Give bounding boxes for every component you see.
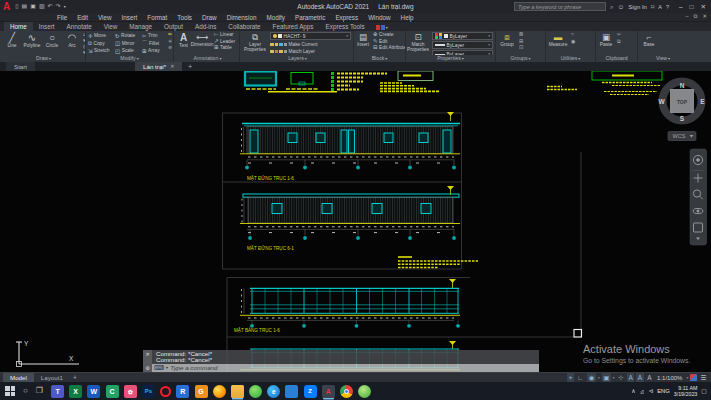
panel-label-view[interactable]: View▾ (638, 55, 688, 62)
taskbar-app-coccoc[interactable] (358, 385, 371, 398)
taskbar-app-file-explorer[interactable] (231, 385, 244, 398)
taskbar-app-autocad-active[interactable]: A (322, 385, 335, 398)
copy-clip-icon[interactable]: ⧉ (617, 39, 621, 45)
search-icon[interactable]: ○ (23, 386, 28, 396)
plan-drawing[interactable]: MẶT BẰNG TRỤC 1-6 (234, 279, 460, 333)
task-view-icon[interactable]: ❐ (36, 386, 43, 396)
mirror-button[interactable]: ◫Mirror (113, 40, 140, 48)
user-icon[interactable]: ☺ (618, 3, 625, 11)
layer-dropdown[interactable]: HACHT- 9 ▾ (270, 32, 351, 40)
menu-express[interactable]: Express (330, 13, 363, 22)
customization-menu-icon[interactable]: ☰ (699, 373, 708, 382)
move-button[interactable]: ✛Move (86, 32, 113, 40)
command-input[interactable]: ⌨ ▾ Type a command (152, 364, 539, 372)
table-button[interactable]: ⊞Table (214, 45, 235, 51)
new-file-icon[interactable]: ▯ (15, 3, 18, 10)
line-button[interactable]: ╱Line (2, 31, 22, 48)
hidden-icons-chevron[interactable]: ∧ (631, 387, 635, 395)
cart-icon[interactable]: ⌑ (651, 3, 654, 11)
new-layout-icon[interactable]: + (73, 374, 77, 381)
paste-button[interactable]: ▣Paste (596, 31, 616, 47)
navigation-bar[interactable] (690, 149, 707, 245)
erase-icon[interactable]: ✏ (168, 32, 172, 38)
taskbar-app-r[interactable]: R (176, 385, 189, 398)
search-icon[interactable]: ⌕ (610, 3, 614, 11)
arc-button[interactable]: ◠Arc (62, 31, 82, 48)
doc-close-button[interactable]: ✕ (702, 13, 707, 20)
taskbar-app-firefox[interactable] (213, 385, 226, 398)
new-drawing-icon[interactable]: + (188, 63, 192, 71)
command-window[interactable]: ✕ ⚙ Command: *Cancel* Command: *Cancel* … (143, 350, 539, 372)
lineweight-dropdown[interactable]: ByLayer ▾ (432, 41, 493, 49)
menu-parametric[interactable]: Parametric (290, 13, 330, 22)
trim-button[interactable]: ✂Trim (140, 32, 167, 40)
base-view-button[interactable]: ⌐Base (638, 31, 660, 47)
taskbar-app-teams[interactable]: T (51, 385, 64, 398)
menu-file[interactable]: File (52, 13, 72, 22)
cut-icon[interactable]: ✂ (617, 32, 621, 38)
match-properties-button[interactable]: ⊡Match Properties (406, 31, 430, 52)
search-input[interactable] (514, 2, 606, 11)
panel-label-properties[interactable]: Properties▾ (406, 55, 495, 62)
tab-current-drawing[interactable]: Lán trại*✕ (135, 62, 182, 71)
dimension-button[interactable]: ⟷Dimension (191, 31, 213, 47)
make-current-button[interactable]: Make Current (270, 41, 351, 48)
tab-view[interactable]: View (98, 22, 124, 31)
autocad-logo-icon[interactable]: A (3, 2, 10, 12)
chevron-down-icon[interactable]: ▾ (598, 376, 600, 380)
circle-button[interactable]: ○Circle (42, 31, 62, 48)
rectangle-icon[interactable]: ▭ ▾ (83, 32, 85, 43)
lineweight-display-icon[interactable]: ⊹ (617, 373, 625, 382)
elevation-drawing-1[interactable]: MẶT ĐỨNG TRỤC 1-6 (240, 112, 460, 181)
taskbar-app-opera[interactable] (160, 386, 171, 397)
edit-block-button[interactable]: ✎Edit (373, 39, 405, 45)
annotation-scale-value[interactable]: 1:1/100% (657, 375, 682, 381)
taskbar-app-store[interactable] (285, 385, 298, 398)
osnap-icon[interactable]: ▣ (602, 373, 611, 382)
elevation-drawing-2[interactable]: MẶT ĐỨNG TRỤC 6-1 (240, 186, 460, 251)
array-button[interactable]: ⊞Array (140, 47, 167, 55)
fillet-button[interactable]: ⌒Fillet (140, 40, 167, 48)
taskbar-app-pink[interactable]: ✿ (124, 385, 137, 398)
panel-label-modify[interactable]: Modify▾ (86, 55, 173, 62)
match-layer-button[interactable]: Match Layer (270, 48, 351, 55)
viewcube-top-face[interactable]: TOP (677, 99, 688, 105)
tab-home[interactable]: Home (4, 22, 33, 31)
panel-label-draw[interactable]: Draw▾ (2, 55, 85, 62)
viewcube-south[interactable]: S (680, 115, 685, 122)
group-select-icon[interactable]: ⊡ (519, 45, 523, 51)
annotation-scale-icon[interactable]: A (646, 373, 653, 382)
drawing-area[interactable]: MẶT ĐỨNG TRỤC 1-6 (0, 71, 711, 372)
taskbar-app-excel[interactable]: X (69, 385, 82, 398)
undo-icon[interactable]: ↶ (48, 3, 53, 10)
scale-button[interactable]: ◰Scale (113, 47, 140, 55)
id-point-icon[interactable]: ◉ (571, 39, 575, 45)
panel-label-groups[interactable]: Groups▾ (496, 55, 545, 62)
chevron-down-icon[interactable]: ▾ (613, 376, 615, 380)
menu-dimension[interactable]: Dimension (222, 13, 262, 22)
viewcube[interactable]: N S W E TOP WCS (658, 82, 705, 141)
snap-mode-icon[interactable]: ⌖ (567, 373, 574, 382)
layout1-tab[interactable]: Layout1 (34, 373, 70, 382)
tab-annotate[interactable]: Annotate (61, 22, 98, 31)
tab-express-tools[interactable]: Express Tools (320, 22, 371, 31)
close-icon[interactable]: ✕ (145, 351, 149, 357)
panel-label-block[interactable]: Block▾ (354, 55, 405, 62)
menu-modify[interactable]: Modify (261, 13, 290, 22)
autodesk-account-icon[interactable]: A (658, 3, 662, 11)
doc-minimize-button[interactable]: – (685, 13, 688, 20)
menu-edit[interactable]: Edit (72, 13, 93, 22)
create-block-button[interactable]: ⊕Create (373, 32, 405, 38)
measure-button[interactable]: ▬Measure (546, 31, 570, 47)
tab-addins[interactable]: Add-ins (189, 22, 222, 31)
panel-label-annotation[interactable]: Annotation▾ (176, 55, 239, 62)
panel-label-clipboard[interactable]: Clipboard (596, 55, 637, 62)
taskbar-app-edge[interactable]: e (267, 385, 280, 398)
sign-in-label[interactable]: Sign In (628, 4, 647, 10)
open-file-icon[interactable]: ▤ (22, 3, 28, 10)
stretch-button[interactable]: ⇲Stretch (86, 47, 113, 55)
more-modify-icon[interactable]: ⊜ (168, 45, 172, 51)
menu-insert[interactable]: Insert (117, 13, 143, 22)
customize-icon[interactable]: ⚙ (145, 365, 149, 371)
minimize-button[interactable]: – (679, 3, 683, 11)
